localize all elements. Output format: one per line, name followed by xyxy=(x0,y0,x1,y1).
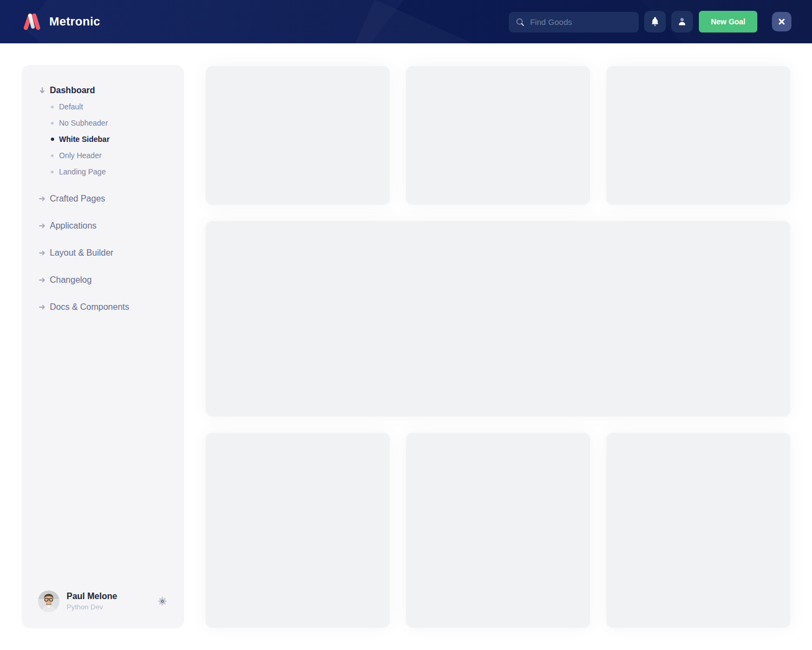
placeholder-card xyxy=(606,66,790,205)
gear-icon xyxy=(157,596,168,607)
sidebar-item-label: Crafted Pages xyxy=(50,194,105,204)
profile-info: Paul Melone Python Dev xyxy=(67,592,157,611)
bullet-icon xyxy=(51,106,54,108)
new-goal-button[interactable]: New Goal xyxy=(699,11,757,32)
profile-settings-button[interactable] xyxy=(157,596,168,607)
bullet-icon xyxy=(51,138,54,141)
arrow-right-icon xyxy=(38,276,50,284)
bullet-icon xyxy=(51,171,54,173)
sidebar-subitem-only-header[interactable]: Only Header xyxy=(38,147,174,164)
sidebar-item-dashboard[interactable]: Dashboard xyxy=(38,82,174,99)
sidebar-subitem-label: Only Header xyxy=(59,151,102,160)
bullet-icon xyxy=(51,154,54,157)
sidebar-subitem-white-sidebar[interactable]: White Sidebar xyxy=(38,131,174,147)
brand-name: Metronic xyxy=(49,15,100,29)
sidebar-item-label: Changelog xyxy=(50,275,91,285)
close-icon xyxy=(777,17,786,26)
placeholder-card xyxy=(206,433,390,628)
sidebar-subitem-label: No Subheader xyxy=(59,119,108,127)
sidebar-item-label: Docs & Components xyxy=(50,302,129,312)
profile-role: Python Dev xyxy=(67,603,157,611)
arrow-right-icon xyxy=(38,194,50,203)
profile-name: Paul Melone xyxy=(67,592,157,601)
sidebar-profile: Paul Melone Python Dev xyxy=(38,590,168,612)
metronic-logo-icon xyxy=(22,11,42,32)
search-icon xyxy=(515,17,525,27)
sidebar-item-label: Dashboard xyxy=(50,86,95,95)
search-box[interactable] xyxy=(509,12,639,32)
brand-logo[interactable]: Metronic xyxy=(22,0,100,43)
sidebar-subitem-no-subheader[interactable]: No Subheader xyxy=(38,115,174,131)
sidebar-item-crafted-pages[interactable]: Crafted Pages xyxy=(38,191,174,207)
arrow-right-icon xyxy=(38,249,50,257)
user-icon xyxy=(676,16,688,28)
placeholder-card xyxy=(406,66,590,205)
placeholder-card-wide xyxy=(206,221,790,417)
search-input[interactable] xyxy=(530,17,632,27)
notifications-button[interactable] xyxy=(644,11,666,32)
placeholder-card xyxy=(606,433,790,628)
sidebar-item-layout-builder[interactable]: Layout & Builder xyxy=(38,245,174,261)
avatar xyxy=(38,590,60,612)
sidebar-item-label: Applications xyxy=(50,221,96,231)
header-actions: New Goal xyxy=(509,11,791,32)
sidebar-subitem-default[interactable]: Default xyxy=(38,99,174,115)
sidebar-nav: Dashboard Default No Subheader White Sid… xyxy=(38,82,174,315)
placeholder-card xyxy=(206,66,390,205)
sidebar-subitem-label: Landing Page xyxy=(59,167,106,176)
sidebar-item-applications[interactable]: Applications xyxy=(38,218,174,234)
sidebar-item-changelog[interactable]: Changelog xyxy=(38,272,174,288)
profile-button[interactable] xyxy=(671,11,693,32)
bullet-icon xyxy=(51,122,54,125)
placeholder-card xyxy=(406,433,590,628)
sidebar-item-docs-components[interactable]: Docs & Components xyxy=(38,299,174,315)
arrow-right-icon xyxy=(38,222,50,230)
bell-icon xyxy=(649,16,661,28)
sidebar: Dashboard Default No Subheader White Sid… xyxy=(22,65,184,628)
arrow-right-icon xyxy=(38,303,50,311)
sidebar-subitem-label: Default xyxy=(59,102,83,111)
arrow-down-icon xyxy=(38,86,50,95)
close-button[interactable] xyxy=(772,12,791,31)
sidebar-subitem-label: White Sidebar xyxy=(59,135,109,144)
sidebar-item-label: Layout & Builder xyxy=(50,248,113,258)
sidebar-subitem-landing-page[interactable]: Landing Page xyxy=(38,164,174,180)
